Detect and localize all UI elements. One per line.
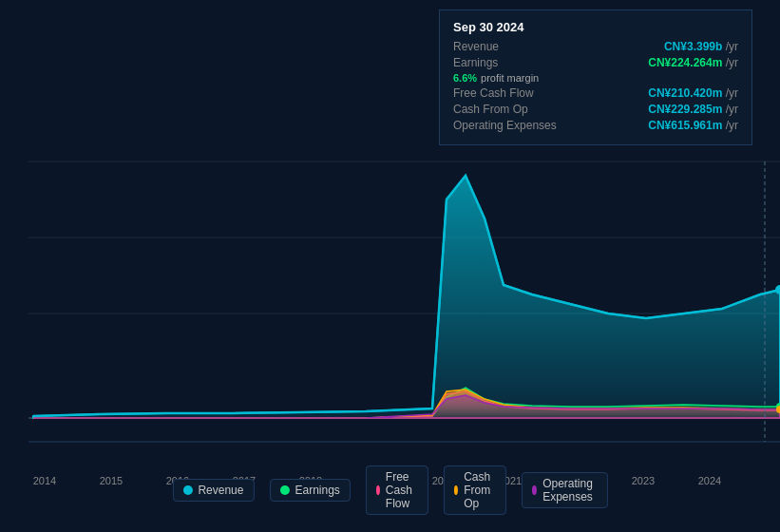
- tooltip-value-opex: CN¥615.961m /yr: [648, 119, 738, 132]
- legend-item-fcf[interactable]: Free Cash Flow: [366, 466, 428, 515]
- tooltip-row-opex: Operating Expenses CN¥615.961m /yr: [453, 119, 738, 132]
- legend-item-opex[interactable]: Operating Expenses: [522, 472, 608, 508]
- legend-label-cashfromop: Cash From Op: [464, 470, 496, 510]
- svg-text:2015: 2015: [100, 475, 123, 486]
- tooltip-row-cashfromop: Cash From Op CN¥229.285m /yr: [453, 103, 738, 116]
- legend: Revenue Earnings Free Cash Flow Cash Fro…: [172, 466, 607, 515]
- tooltip-row-revenue: Revenue CN¥3.399b /yr: [453, 40, 738, 53]
- legend-item-earnings[interactable]: Earnings: [269, 479, 350, 502]
- tooltip-label-fcf: Free Cash Flow: [453, 86, 534, 100]
- legend-item-cashfromop[interactable]: Cash From Op: [444, 466, 506, 515]
- legend-dot-opex: [532, 485, 537, 495]
- tooltip-value-earnings: CN¥224.264m /yr: [648, 56, 738, 69]
- tooltip-value-fcf: CN¥210.420m /yr: [648, 86, 738, 100]
- svg-text:2023: 2023: [632, 475, 655, 486]
- legend-label-opex: Operating Expenses: [542, 477, 597, 504]
- legend-label-revenue: Revenue: [198, 484, 243, 497]
- legend-item-revenue[interactable]: Revenue: [172, 479, 254, 502]
- tooltip-label-cashfromop: Cash From Op: [453, 103, 528, 116]
- tooltip: Sep 30 2024 Revenue CN¥3.399b /yr Earnin…: [439, 10, 752, 145]
- legend-dot-cashfromop: [454, 485, 458, 495]
- legend-dot-fcf: [376, 485, 380, 495]
- svg-text:2014: 2014: [33, 475, 56, 486]
- tooltip-row-earnings: Earnings CN¥224.264m /yr: [453, 56, 738, 69]
- legend-label-fcf: Free Cash Flow: [386, 470, 418, 510]
- legend-label-earnings: Earnings: [295, 484, 339, 497]
- legend-dot-earnings: [279, 485, 289, 495]
- legend-dot-revenue: [182, 485, 192, 495]
- tooltip-profit-margin: 6.6% profit margin: [453, 72, 738, 84]
- svg-text:2024: 2024: [698, 475, 721, 486]
- chart-container: CN¥6b CN¥0 -CN¥500m: [0, 0, 780, 532]
- tooltip-label-revenue: Revenue: [453, 40, 499, 53]
- tooltip-label-earnings: Earnings: [453, 56, 498, 69]
- tooltip-date: Sep 30 2024: [453, 20, 738, 34]
- tooltip-value-revenue: CN¥3.399b /yr: [664, 40, 738, 53]
- tooltip-label-opex: Operating Expenses: [453, 119, 557, 132]
- tooltip-value-cashfromop: CN¥229.285m /yr: [648, 103, 738, 116]
- tooltip-row-fcf: Free Cash Flow CN¥210.420m /yr: [453, 86, 738, 100]
